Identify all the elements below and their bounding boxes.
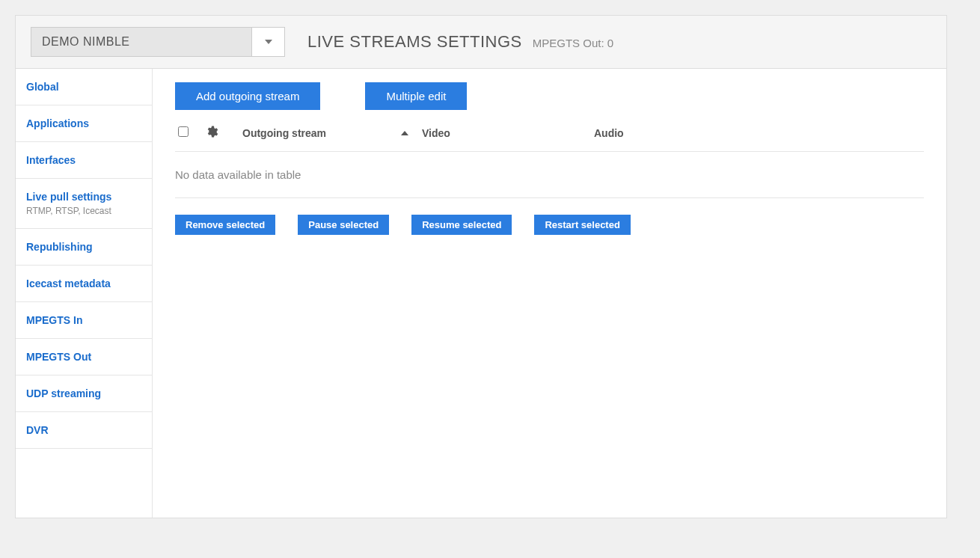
settings-panel: DEMO NIMBLE LIVE STREAMS SETTINGS MPEGTS…	[15, 15, 947, 518]
sidebar-item-udp-streaming[interactable]: UDP streaming	[16, 375, 152, 412]
col-checkbox	[175, 126, 205, 139]
sidebar: Global Applications Interfaces Live pull…	[16, 69, 153, 518]
panel-header: DEMO NIMBLE LIVE STREAMS SETTINGS MPEGTS…	[16, 16, 946, 69]
sidebar-item-icecast-metadata[interactable]: Icecast metadata	[16, 266, 152, 302]
col-outgoing-stream[interactable]: Outgoing stream	[242, 127, 422, 139]
gear-icon	[205, 125, 218, 141]
remove-selected-button[interactable]: Remove selected	[175, 215, 275, 235]
sidebar-item-label: Applications	[26, 117, 141, 129]
sidebar-item-label: Global	[26, 81, 141, 93]
chevron-down-icon	[251, 28, 284, 56]
sidebar-item-label: Icecast metadata	[26, 278, 141, 289]
sidebar-item-republishing[interactable]: Republishing	[16, 229, 152, 266]
sidebar-item-sublabel: RTMP, RTSP, Icecast	[26, 206, 141, 216]
col-audio[interactable]: Audio	[594, 127, 924, 139]
action-row: Remove selected Pause selected Resume se…	[175, 215, 924, 235]
col-video[interactable]: Video	[422, 127, 594, 139]
select-all-checkbox[interactable]	[178, 126, 189, 137]
sidebar-item-dvr[interactable]: DVR	[16, 412, 152, 449]
sidebar-item-label: Live pull settings	[26, 191, 141, 203]
table-header: Outgoing stream Video Audio	[175, 119, 924, 152]
page-title: LIVE STREAMS SETTINGS	[307, 32, 522, 52]
sidebar-item-live-pull[interactable]: Live pull settings RTMP, RTSP, Icecast	[16, 179, 152, 229]
sidebar-item-global[interactable]: Global	[16, 69, 152, 105]
sidebar-item-label: DVR	[26, 424, 141, 436]
sort-asc-icon	[401, 131, 408, 135]
col-settings	[205, 125, 242, 141]
resume-selected-button[interactable]: Resume selected	[411, 215, 512, 235]
table-empty-message: No data available in table	[175, 152, 924, 198]
server-dropdown-label: DEMO NIMBLE	[31, 28, 251, 56]
restart-selected-button[interactable]: Restart selected	[534, 215, 630, 235]
top-buttons: Add outgoing stream Multiple edit	[175, 82, 924, 110]
sidebar-item-applications[interactable]: Applications	[16, 105, 152, 142]
sidebar-item-label: Republishing	[26, 241, 141, 253]
col-outgoing-label: Outgoing stream	[242, 127, 326, 139]
pause-selected-button[interactable]: Pause selected	[298, 215, 389, 235]
multiple-edit-button[interactable]: Multiple edit	[365, 82, 467, 110]
title-wrap: LIVE STREAMS SETTINGS MPEGTS Out: 0	[307, 32, 613, 52]
add-outgoing-stream-button[interactable]: Add outgoing stream	[175, 82, 320, 110]
page-subtitle: MPEGTS Out: 0	[533, 37, 613, 49]
sidebar-item-label: MPEGTS Out	[26, 351, 141, 363]
panel-body: Global Applications Interfaces Live pull…	[16, 69, 946, 518]
sidebar-item-mpegts-out[interactable]: MPEGTS Out	[16, 339, 152, 375]
main-content: Add outgoing stream Multiple edit Outgoi…	[153, 69, 946, 518]
server-dropdown[interactable]: DEMO NIMBLE	[31, 27, 285, 57]
sidebar-item-label: Interfaces	[26, 154, 141, 166]
col-video-label: Video	[422, 127, 450, 139]
sidebar-item-label: MPEGTS In	[26, 314, 141, 326]
sidebar-item-mpegts-in[interactable]: MPEGTS In	[16, 302, 152, 339]
sidebar-item-interfaces[interactable]: Interfaces	[16, 142, 152, 179]
col-audio-label: Audio	[594, 127, 624, 139]
svg-marker-0	[265, 40, 272, 44]
sidebar-item-label: UDP streaming	[26, 387, 141, 399]
